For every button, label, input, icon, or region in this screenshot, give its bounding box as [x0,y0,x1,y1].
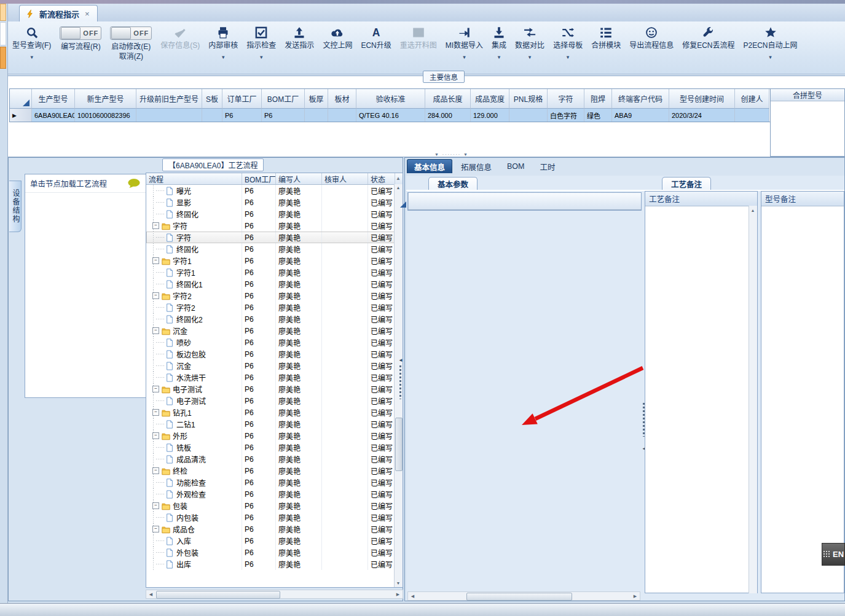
toolbar-item[interactable]: 内部审核▾ [204,25,242,60]
tab-工时[interactable]: 工时 [533,160,562,173]
tree-node[interactable]: −字符2 [146,290,242,302]
tab-BOM[interactable]: BOM [500,160,531,173]
process-notes-text[interactable] [645,206,757,210]
tree-row[interactable]: 字符2P6廖美艳已编写 [146,302,403,313]
tree-row[interactable]: −外形P6廖美艳已编写 [146,430,403,442]
grid-cell[interactable] [509,109,548,122]
tree-horizontal-scrollbar[interactable]: ◀ ▶ [146,590,403,599]
horizontal-splitter-grip[interactable]: ▼ ······· ▼ [424,152,479,157]
column-header[interactable]: S板 [202,89,222,109]
toolbar-item[interactable]: 修复ECN丢流程▾ [678,25,739,60]
tree-row[interactable]: −字符1P6廖美艳已编写 [146,255,403,267]
column-header[interactable]: 终端客户代码 [612,89,669,109]
tree-row[interactable]: 入库P6廖美艳已编写 [146,535,403,547]
tab-process-notes[interactable]: 工艺备注 [662,177,711,190]
tree-row[interactable]: 出库P6廖美艳已编写 [146,558,403,570]
toggle-switch[interactable]: OFF [60,26,101,40]
column-header[interactable]: 成品长度 [425,89,471,109]
grid-cell[interactable]: P6 [222,109,262,122]
column-header[interactable]: 升级前旧生产型号 [136,89,202,109]
tree-column-header[interactable]: BOM工厂 [242,173,276,184]
scroll-up-icon[interactable]: ▲ [395,184,402,192]
tree-row[interactable]: 终固化1P6廖美艳已编写 [146,278,403,290]
collapse-box-icon[interactable]: − [152,467,159,474]
toolbar-item[interactable]: AECN升级▾ [356,25,395,60]
tree-node[interactable]: 内包装 [146,512,242,523]
toggle-knob[interactable] [111,27,131,39]
tree-row[interactable]: −终检P6廖美艳已编写 [146,465,403,477]
tree-row[interactable]: 水洗烘干P6廖美艳已编写 [146,372,403,383]
column-header[interactable]: BOM工厂 [262,89,305,109]
grid-cell[interactable]: Q/TEG 40.16 [356,109,425,122]
collapse-left-icon[interactable]: ◄ [398,357,403,363]
toolbar-item[interactable]: 集成▾ [487,25,511,60]
tree-row[interactable]: 电子测试P6廖美艳已编写 [146,395,403,407]
tree-row[interactable]: 铣板P6廖美艳已编写 [146,442,403,453]
tree-row[interactable]: 字符1P6廖美艳已编写 [146,267,403,278]
tree-row[interactable]: 外包装P6廖美艳已编写 [146,547,403,558]
toggle-knob[interactable] [61,27,81,39]
notes-vertical-scrollbar[interactable]: ▲ [749,206,757,593]
chevron-down-icon[interactable]: ▾ [222,55,225,60]
chevron-down-icon[interactable]: ▾ [463,55,466,60]
scroll-right-icon[interactable]: ▶ [631,593,639,599]
column-header[interactable]: 验收标准 [356,89,425,109]
toolbar-item[interactable]: 合拼模块▾ [587,25,625,60]
grid-cell[interactable]: 绿色 [584,109,612,122]
sort-arrow-icon[interactable]: ▲ [396,176,401,181]
chevron-down-icon[interactable]: ▾ [260,55,263,60]
column-header[interactable]: 板材 [328,89,356,109]
collapse-box-icon[interactable]: − [152,222,159,229]
tree-row[interactable]: 外观检查P6廖美艳已编写 [146,488,403,500]
tree-node[interactable]: 曝光 [146,185,242,197]
language-indicator[interactable]: EN [822,543,845,566]
column-header[interactable]: 板厚 [305,89,328,109]
tree-column-header[interactable]: 编写人 [276,173,322,184]
tree-node[interactable]: 字符1 [146,267,242,278]
tab-basic-params[interactable]: 基本参数 [428,177,478,190]
collapse-box-icon[interactable]: − [152,327,159,334]
grid-cell[interactable] [735,109,769,122]
select-all-corner[interactable] [408,193,409,209]
scroll-right-icon[interactable]: ▶ [394,591,402,598]
tree-node[interactable]: 二钻1 [146,418,242,430]
tree-row[interactable]: −电子测试P6廖美艳已编写 [146,383,403,395]
tree-column-header[interactable]: 状态 [368,173,395,184]
column-header[interactable]: 生产型号 [32,89,75,109]
tree-row[interactable]: 显影P6廖美艳已编写 [146,197,403,208]
toolbar-item[interactable]: 数据对比▾ [511,25,549,60]
vertical-splitter-left[interactable]: ◄ [398,203,403,448]
tree-node[interactable]: −外形 [146,430,242,442]
grid-cell[interactable]: P6 [262,109,305,122]
tree-node[interactable]: 出库 [146,558,242,570]
grid-cell[interactable]: 白色字符 [548,109,584,122]
tab-拓展信息[interactable]: 拓展信息 [454,160,498,173]
tree-hscroll-thumb[interactable] [156,591,280,599]
column-header[interactable]: 型号创建时间 [669,89,735,109]
column-header[interactable]: PNL规格 [509,89,548,109]
tree-row[interactable]: 二钻1P6廖美艳已编写 [146,418,403,430]
tree-node[interactable]: 入库 [146,535,242,547]
grid-cell[interactable] [202,109,222,122]
collapse-box-icon[interactable]: − [152,409,159,416]
scroll-left-icon[interactable]: ◀ [147,591,155,598]
close-icon[interactable]: × [84,10,91,18]
tree-node[interactable]: 喷砂 [146,337,242,348]
tree-row[interactable]: 功能检查P6廖美艳已编写 [146,477,403,488]
tree-node[interactable]: −字符1 [146,255,242,267]
tree-row[interactable]: 曝光P6廖美艳已编写 [146,185,403,197]
tree-node[interactable]: 外观检查 [146,488,242,500]
collapse-box-icon[interactable]: − [152,432,159,439]
grid-cell[interactable]: 284.000 [425,109,471,122]
tree-row[interactable]: 字符P6廖美艳已编写 [146,232,403,243]
tree-row[interactable]: −字符P6廖美艳已编写 [146,220,403,232]
toolbar-item[interactable]: P2ECN自动上网▾ [739,25,802,60]
tab-new-process-instruction[interactable]: 新流程指示 × [19,5,98,22]
tree-row[interactable]: −成品仓P6廖美艳已编写 [146,523,403,535]
tree-column-header[interactable]: 流程 [146,173,242,184]
toolbar-item[interactable]: 指示检查▾ [242,25,280,60]
main-grid-datarow[interactable]: ▶6ABA90LEA010010600082396P6P6Q/TEG 40.16… [10,109,771,122]
tree-row[interactable]: 内包装P6廖美艳已编写 [146,512,403,523]
tree-row[interactable]: 喷砂P6廖美艳已编写 [146,337,403,348]
chevron-down-icon[interactable]: ▾ [498,55,501,60]
